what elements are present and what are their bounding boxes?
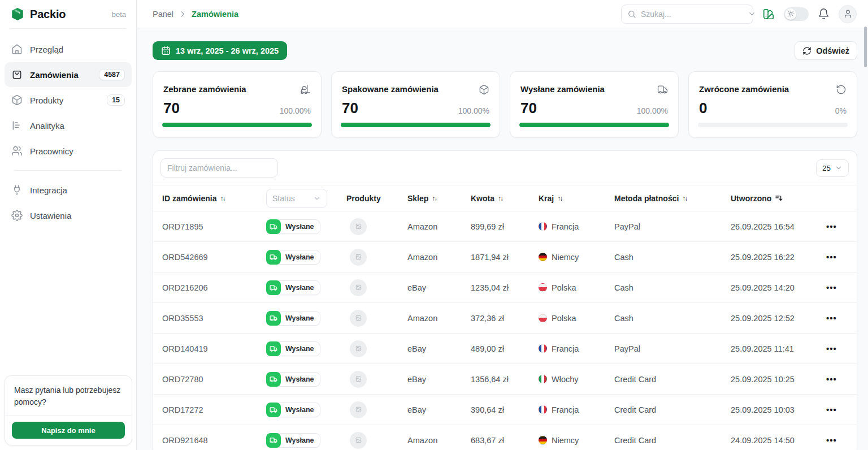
col-header-sklep[interactable]: Sklep ↑↓ <box>407 194 471 203</box>
truck-icon <box>266 372 281 387</box>
stat-title: Zebrane zamówienia <box>163 84 246 94</box>
help-text: Masz pytania lub potrzebujesz pomocy? <box>5 376 132 416</box>
order-id-cell: ORD72780 <box>162 375 266 384</box>
product-image-placeholder-icon[interactable] <box>350 401 367 418</box>
status-badge: Wysłane <box>266 250 320 265</box>
created-cell: 24.09.2025 14:50 <box>731 436 815 445</box>
date-range-label: 13 wrz, 2025 - 26 wrz, 2025 <box>176 46 279 55</box>
col-header-id[interactable]: ID zamówienia ↑↓ <box>162 194 266 203</box>
row-actions-button[interactable]: ••• <box>823 341 840 356</box>
shopping-bag-icon <box>11 69 23 80</box>
plug-icon <box>11 184 23 196</box>
row-actions-button[interactable]: ••• <box>823 372 840 386</box>
row-actions-button[interactable]: ••• <box>823 250 840 264</box>
search-input[interactable] <box>641 10 743 19</box>
sort-icon[interactable]: ↑↓ <box>682 194 688 202</box>
table-row[interactable]: ORD17272 Wysłane eBay 390,64 zł Francja … <box>153 394 857 425</box>
payment-cell: Cash <box>614 253 731 262</box>
country-cell: Niemcy <box>539 253 614 262</box>
bell-icon[interactable] <box>818 8 830 20</box>
user-avatar[interactable] <box>839 5 857 23</box>
col-header-kraj[interactable]: Kraj ↑↓ <box>539 194 614 203</box>
stat-value: 70 <box>520 101 537 115</box>
stat-card-zwrocone: Zwrócone zamówienia 0 0% <box>688 71 857 138</box>
filter-orders-input[interactable] <box>160 158 278 178</box>
table-row[interactable]: ORD72780 Wysłane eBay 1356,64 zł Włochy … <box>153 364 857 394</box>
table-row[interactable]: ORD542669 Wysłane Amazon 1871,94 zł Niem… <box>153 241 857 272</box>
sort-icon[interactable]: ↑↓ <box>498 194 504 202</box>
row-actions-button[interactable]: ••• <box>823 403 840 417</box>
row-actions-button[interactable]: ••• <box>823 433 840 447</box>
page-size-select[interactable]: 25 <box>816 159 849 177</box>
country-cell: Polska <box>539 314 614 323</box>
contact-me-button[interactable]: Napisz do mnie <box>12 422 125 439</box>
date-range-button[interactable]: 13 wrz, 2025 - 26 wrz, 2025 <box>153 41 287 60</box>
product-image-placeholder-icon[interactable] <box>350 249 367 266</box>
package-icon <box>11 94 23 106</box>
table-row[interactable]: ORD140419 Wysłane eBay 489,00 zł Francja… <box>153 333 857 364</box>
sidebar-item-ustawienia[interactable]: Ustawienia <box>5 203 132 228</box>
table-row[interactable]: ORD35553 Wysłane Amazon 372,36 zł Polska… <box>153 302 857 333</box>
amount-cell: 1235,04 zł <box>471 283 539 292</box>
sort-icon[interactable]: ↑↓ <box>557 194 563 202</box>
sort-icon[interactable]: ↑↓ <box>220 194 225 202</box>
sidebar-item-produkty[interactable]: Produkty 15 <box>5 88 132 112</box>
orders-table-card: 25 ID zamówienia ↑↓ Status <box>153 150 857 450</box>
col-header-metoda[interactable]: Metoda płatności ↑↓ <box>614 194 731 203</box>
status-label: Wysłane <box>281 284 320 292</box>
country-flag-icon <box>539 436 547 444</box>
order-id-cell: ORD71895 <box>162 222 266 231</box>
home-icon <box>11 44 23 55</box>
topbar: Panel Zamówienia <box>137 0 868 28</box>
sort-desc-icon[interactable] <box>775 194 783 202</box>
col-header-utworzono[interactable]: Utworzono <box>731 194 815 203</box>
order-id-cell: ORD921648 <box>162 436 266 445</box>
logo[interactable]: Packio beta <box>0 0 136 28</box>
stat-title: Zwrócone zamówienia <box>699 84 789 94</box>
order-id-cell: ORD140419 <box>162 344 266 353</box>
refresh-icon <box>802 46 811 55</box>
breadcrumb-panel[interactable]: Panel <box>153 10 173 19</box>
status-label: Wysłane <box>281 223 320 231</box>
page-toolbar: 13 wrz, 2025 - 26 wrz, 2025 Odśwież <box>153 41 857 60</box>
theme-toggle[interactable] <box>784 7 809 21</box>
country-label: Włochy <box>552 375 579 384</box>
sidebar-item-pracownicy[interactable]: Pracownicy <box>5 139 132 163</box>
refresh-button[interactable]: Odśwież <box>795 41 857 60</box>
sidebar-item-integracja[interactable]: Integracja <box>5 178 132 202</box>
sidebar-item-analityka[interactable]: Analityka <box>5 113 132 138</box>
sidebar-nav: Przegląd Zamówienia 4587 Produkty 15 Ana… <box>0 29 136 228</box>
product-image-placeholder-icon[interactable] <box>350 340 367 357</box>
sort-icon[interactable]: ↑↓ <box>432 194 437 202</box>
stats-row: Zebrane zamówienia 70 100.00% Spakowane … <box>153 71 857 138</box>
order-id-cell: ORD17272 <box>162 405 266 414</box>
row-actions-button[interactable]: ••• <box>823 280 840 295</box>
rotate-ccw-icon <box>836 84 847 95</box>
status-filter-select[interactable]: Status <box>266 189 327 208</box>
table-row[interactable]: ORD921648 Wysłane Amazon 683,67 zł Niemc… <box>153 425 857 450</box>
users-icon <box>11 145 23 157</box>
chevron-down-icon[interactable] <box>748 10 756 18</box>
product-image-placeholder-icon[interactable] <box>350 432 367 449</box>
sidebar-item-label: Przegląd <box>30 45 63 54</box>
product-image-placeholder-icon[interactable] <box>350 371 367 388</box>
created-cell: 25.09.2025 16:22 <box>731 253 815 262</box>
table-row[interactable]: ORD71895 Wysłane Amazon 899,69 zł Francj… <box>153 211 857 241</box>
product-image-placeholder-icon[interactable] <box>350 218 367 235</box>
status-badge: Wysłane <box>266 403 320 417</box>
product-image-placeholder-icon[interactable] <box>350 279 367 296</box>
actions-cell: ••• <box>815 403 848 417</box>
sidebar-item-zamowienia[interactable]: Zamówienia 4587 <box>5 62 132 87</box>
scrollbar-thumb[interactable] <box>864 27 867 67</box>
actions-cell: ••• <box>815 311 848 325</box>
swatch-book-icon[interactable] <box>762 8 775 20</box>
breadcrumb-current: Zamówienia <box>192 10 238 19</box>
status-cell: Wysłane <box>266 433 346 448</box>
sidebar-item-przeglad[interactable]: Przegląd <box>5 37 132 62</box>
table-row[interactable]: ORD216206 Wysłane eBay 1235,04 zł Polska… <box>153 272 857 302</box>
product-image-placeholder-icon[interactable] <box>350 310 367 327</box>
row-actions-button[interactable]: ••• <box>823 311 840 325</box>
status-badge: Wysłane <box>266 433 320 448</box>
row-actions-button[interactable]: ••• <box>823 219 840 233</box>
col-header-kwota[interactable]: Kwota ↑↓ <box>471 194 539 203</box>
